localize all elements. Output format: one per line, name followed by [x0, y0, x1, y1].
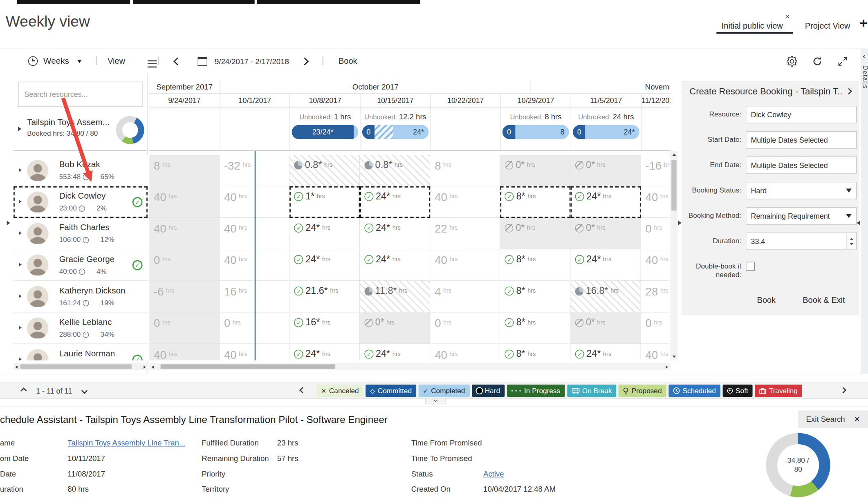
duration-input[interactable]: 33.4 [746, 233, 857, 250]
schedule-cell[interactable]: ✓24*hrs [571, 186, 641, 218]
spin-up-icon[interactable] [850, 238, 853, 240]
schedule-cell[interactable]: 0hrs [430, 313, 500, 344]
resource-row[interactable]: Katheryn Dickson161:2419% [13, 281, 148, 312]
capacity-pill[interactable]: 08 [502, 125, 569, 139]
schedule-cell[interactable]: 0*hrs [360, 313, 430, 344]
schedule-cell[interactable]: 40hrs [641, 344, 671, 360]
capacity-pill[interactable]: 23/24* [292, 125, 358, 139]
schedule-cell[interactable]: 40hrs [149, 344, 220, 360]
resource-row[interactable]: Gracie George40:004%✓ [13, 249, 148, 281]
schedule-cell[interactable]: ✓24*hrs [360, 186, 430, 218]
schedule-cell[interactable]: ✓24*hrs [360, 344, 430, 360]
legend-completed[interactable]: ✓Completed [419, 385, 470, 397]
refresh-icon[interactable] [812, 56, 823, 67]
scrollbar-thumb[interactable] [20, 364, 132, 369]
schedule-cell[interactable]: -6hrs [149, 281, 220, 312]
dropdown-caret-icon[interactable] [846, 214, 852, 218]
schedule-cell[interactable]: -16hrs [641, 155, 671, 186]
schedule-cell[interactable]: 0hrs [220, 313, 290, 344]
schedule-cell[interactable]: ✓24*hrs [360, 218, 430, 249]
dropdown-caret-icon[interactable] [846, 189, 852, 193]
schedule-cell[interactable]: 0hrs [149, 313, 220, 344]
week-header[interactable]: 11/12/2017 [641, 94, 671, 107]
search-resources-input[interactable] [18, 82, 142, 106]
legend-canceled[interactable]: ✕Canceled [316, 385, 363, 397]
spinner-control[interactable] [846, 233, 856, 249]
schedule-cell[interactable]: 28hrs [641, 281, 671, 312]
spin-down-icon[interactable] [850, 243, 853, 245]
details-side-tab[interactable]: Details [861, 48, 868, 374]
schedule-cell[interactable]: ✓8*hrs [500, 186, 571, 218]
double-book-checkbox[interactable] [746, 262, 755, 271]
end-date-field[interactable]: Multiple Dates Selected [746, 157, 857, 174]
schedule-cell[interactable]: ✓8*hrs [500, 281, 571, 312]
weeks-dropdown[interactable]: Weeks [43, 56, 69, 65]
schedule-cell[interactable]: 0*hrs [571, 155, 641, 186]
grid-horizontal-scrollbar[interactable] [149, 363, 670, 370]
left-panel-handle-icon[interactable] [7, 221, 10, 225]
expand-icon[interactable] [19, 294, 22, 298]
schedule-cell[interactable]: 0hrs [641, 218, 671, 249]
schedule-cell[interactable]: 0*hrs [571, 313, 641, 344]
pager-down-icon[interactable] [81, 387, 88, 394]
schedule-cell[interactable]: -32hrs [220, 155, 290, 186]
next-period-icon[interactable] [301, 57, 309, 65]
schedule-cell[interactable]: 8hrs [430, 155, 500, 186]
expand-icon[interactable] [19, 326, 22, 329]
booking-panel-handle-icon[interactable] [678, 221, 682, 225]
schedule-cell[interactable]: ✓24*hrs [571, 344, 641, 360]
legend-on-break[interactable]: On Break [567, 385, 617, 397]
schedule-cell[interactable]: 40hrs [220, 186, 290, 218]
resources-horizontal-scrollbar[interactable] [13, 363, 148, 370]
booking-status-select[interactable]: Hard [746, 182, 857, 199]
schedule-cell[interactable]: 40hrs [430, 249, 500, 281]
legend-committed[interactable]: ◇Committed [366, 385, 416, 397]
schedule-cell[interactable]: ✓16*hrs [290, 313, 360, 344]
schedule-cell[interactable]: 40hrs [641, 249, 671, 281]
schedule-cell[interactable]: 0hrs [149, 249, 220, 281]
tab-initial-public-view[interactable]: Initial public view [722, 21, 783, 30]
scroll-right-icon[interactable] [144, 365, 146, 369]
scroll-right-icon[interactable] [666, 365, 668, 369]
scrollbar-thumb[interactable] [161, 364, 335, 369]
week-header[interactable]: 10/15/2017 [360, 94, 430, 107]
schedule-cell[interactable]: ✓24*hrs [290, 218, 360, 249]
week-header[interactable]: 10/1/2017 [220, 94, 290, 107]
start-date-field[interactable]: Multiple Dates Selected [746, 131, 857, 149]
legend-soft[interactable]: Soft [722, 385, 752, 397]
toolbar-book-button[interactable]: Book [339, 56, 357, 65]
week-header[interactable]: 10/22/2017 [430, 94, 500, 107]
close-tab-icon[interactable]: × [785, 12, 789, 21]
week-header[interactable]: 11/5/2017 [571, 94, 641, 107]
week-header[interactable]: 10/29/2017 [500, 94, 571, 107]
schedule-cell[interactable]: 11.8*hrs [360, 281, 430, 312]
add-tab-button[interactable]: + [859, 15, 867, 31]
schedule-cell[interactable]: 0*hrs [500, 155, 571, 186]
settings-gear-icon[interactable] [786, 56, 798, 67]
schedule-cell[interactable]: 40hrs [149, 218, 220, 249]
schedule-cell[interactable]: 4hrs [430, 281, 500, 312]
schedule-cell[interactable]: 40hrs [220, 249, 290, 281]
schedule-cell[interactable]: 40hrs [149, 186, 220, 218]
expand-icon[interactable] [19, 200, 22, 204]
legend-traveling[interactable]: Traveling [755, 385, 802, 397]
schedule-cell[interactable]: 0.8*hrs [360, 155, 430, 186]
grid-vertical-scrollbar[interactable] [670, 151, 677, 360]
schedule-cell[interactable]: 8hrs [149, 155, 220, 186]
schedule-cell[interactable]: 40hrs [430, 186, 500, 218]
expand-icon[interactable] [19, 231, 22, 235]
resource-row[interactable]: Kellie Leblanc288:0034% [13, 313, 148, 344]
tab-project-view[interactable]: Project View [805, 21, 850, 30]
schedule-cell[interactable]: ✓8*hrs [500, 313, 571, 344]
date-range[interactable]: 9/24/2017 - 2/17/2018 [215, 58, 289, 66]
scroll-up-icon[interactable] [672, 153, 676, 156]
schedule-cell[interactable]: ✓8*hrs [500, 344, 571, 360]
schedule-cell[interactable]: ✓24*hrs [571, 249, 641, 281]
expand-icon[interactable] [19, 263, 22, 266]
legend-scroll-left-icon[interactable] [299, 387, 306, 394]
week-header[interactable]: 10/8/2017 [290, 94, 360, 107]
resource-row[interactable]: Bob Kozak553:4865% [13, 155, 148, 186]
schedule-cell[interactable]: 40hrs [430, 344, 500, 360]
resource-row[interactable]: Laurie Norman✓ [13, 344, 148, 360]
scrollbar-thumb[interactable] [671, 160, 676, 210]
